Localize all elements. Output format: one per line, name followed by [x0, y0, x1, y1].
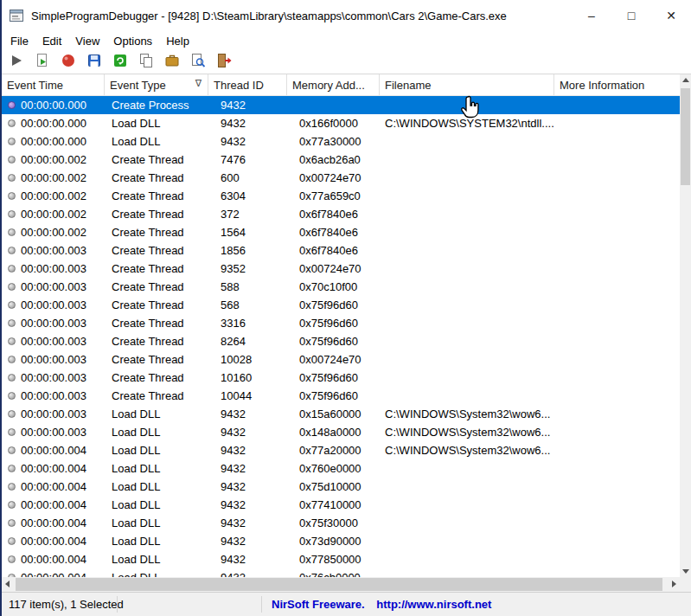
- table-row[interactable]: 00:00:00.002Create Thread15640x6f7840e6: [2, 223, 680, 241]
- run-button[interactable]: [5, 52, 27, 73]
- cell-memory-address: 0x73d90000: [287, 535, 380, 548]
- column-header-label: Memory Add...: [292, 79, 365, 92]
- table-row[interactable]: 00:00:00.003Load DLL94320x15a60000C:\WIN…: [2, 405, 680, 423]
- cell-event-type: Load DLL: [105, 553, 208, 566]
- copy-button[interactable]: [135, 52, 157, 73]
- table-row[interactable]: 00:00:00.003Create Thread33160x75f96d60: [2, 314, 680, 332]
- refresh-button[interactable]: [109, 52, 131, 73]
- table-row[interactable]: 00:00:00.004Load DLL94320x77a20000C:\WIN…: [2, 441, 680, 459]
- column-header-memory-address[interactable]: Memory Add...: [287, 74, 380, 95]
- cell-memory-address: 0x166f0000: [287, 117, 380, 130]
- nirsoft-link[interactable]: http://www.nirsoft.net: [376, 598, 491, 611]
- scroll-down-icon[interactable]: [682, 569, 689, 574]
- title-bar: SimpleProgramDebugger - [9428] D:\SteamL…: [2, 0, 691, 31]
- table-row[interactable]: 00:00:00.002Create Thread74760x6acb26a0: [2, 151, 680, 169]
- table-row[interactable]: 00:00:00.003Create Thread18560x6f7840e6: [2, 241, 680, 260]
- cell-thread-id: 9432: [208, 535, 287, 548]
- cell-event-type: Load DLL: [105, 407, 208, 420]
- save-button[interactable]: [83, 52, 105, 73]
- table-row[interactable]: 00:00:00.002Create Thread3720x6f7840e6: [2, 205, 680, 223]
- table-row[interactable]: 00:00:00.000Create Process9432: [2, 96, 680, 114]
- table-row[interactable]: 00:00:00.002Create Thread63040x77a659c0: [2, 187, 680, 205]
- table-row[interactable]: 00:00:00.004Load DLL94320x760e0000: [2, 459, 680, 478]
- column-header-more-information[interactable]: More Information: [554, 74, 680, 95]
- table-row[interactable]: 00:00:00.004Load DLL94320x75f30000: [2, 514, 680, 532]
- event-icon: [8, 483, 16, 491]
- cell-thread-id: 9432: [208, 444, 287, 457]
- menu-options[interactable]: Options: [106, 33, 159, 49]
- exit-button[interactable]: [213, 52, 234, 73]
- table-row[interactable]: 00:00:00.002Create Thread6000x00724e70: [2, 169, 680, 187]
- stop-button[interactable]: [57, 52, 79, 73]
- cell-event-type: Load DLL: [105, 535, 208, 548]
- table-row[interactable]: 00:00:00.003Create Thread93520x00724e70: [2, 260, 680, 278]
- table-row[interactable]: 00:00:00.004Load DLL94320x76cb0000: [2, 568, 680, 577]
- table-row[interactable]: 00:00:00.000Load DLL94320x77a30000: [2, 132, 680, 151]
- table-row[interactable]: 00:00:00.003Load DLL94320x148a0000C:\WIN…: [2, 423, 680, 441]
- nirsoft-freeware-pane: NirSoft Freeware. http://www.nirsoft.net: [272, 598, 491, 611]
- cell-memory-address: 0x76cb0000: [287, 571, 380, 577]
- column-header-filename[interactable]: Filename: [380, 74, 554, 95]
- table-row[interactable]: 00:00:00.003Create Thread5680x75f96d60: [2, 296, 680, 314]
- menu-view[interactable]: View: [68, 33, 106, 49]
- cell-thread-id: 1564: [208, 226, 287, 239]
- report-button[interactable]: [161, 52, 182, 73]
- cell-event-type: Load DLL: [105, 498, 208, 511]
- event-icon: [8, 138, 16, 145]
- attach-process-icon: [35, 53, 50, 71]
- report-icon: [164, 53, 180, 71]
- table-row[interactable]: 00:00:00.003Create Thread101600x75f96d60: [2, 369, 680, 387]
- cell-thread-id: 9432: [208, 498, 287, 511]
- vertical-scrollbar[interactable]: [680, 74, 691, 577]
- table-row[interactable]: 00:00:00.003Create Thread82640x75f96d60: [2, 332, 680, 350]
- exit-icon: [216, 53, 232, 71]
- horizontal-scrollbar[interactable]: [2, 577, 680, 592]
- column-header-event-time[interactable]: Event Time: [2, 74, 105, 95]
- table-row[interactable]: 00:00:00.004Load DLL94320x73d90000: [2, 532, 680, 550]
- cell-event-type: Load DLL: [105, 135, 208, 148]
- event-icon: [8, 392, 16, 400]
- event-icon: [8, 156, 16, 164]
- column-header-thread-id[interactable]: Thread ID: [208, 74, 287, 95]
- attach-process-button[interactable]: [31, 52, 53, 73]
- horizontal-scrollbar-thumb[interactable]: [16, 578, 662, 591]
- find-button[interactable]: [187, 52, 208, 73]
- table-row[interactable]: 00:00:00.000Load DLL94320x166f0000C:\WIN…: [2, 114, 680, 132]
- scroll-up-icon[interactable]: [682, 78, 689, 82]
- scroll-right-icon[interactable]: [672, 581, 676, 587]
- cell-thread-id: 10028: [208, 353, 287, 366]
- app-icon: [9, 8, 24, 23]
- menu-file[interactable]: File: [3, 33, 35, 49]
- app-window: SimpleProgramDebugger - [9428] D:\SteamL…: [0, 0, 691, 616]
- cell-thread-id: 1856: [208, 244, 287, 257]
- item-count-status: 117 item(s), 1 Selected: [9, 598, 124, 611]
- tool-bar: [2, 50, 691, 74]
- cell-event-type: Create Thread: [105, 208, 208, 221]
- cell-thread-id: 7476: [208, 153, 287, 166]
- table-row[interactable]: 00:00:00.003Create Thread5880x70c10f00: [2, 278, 680, 296]
- table-row[interactable]: 00:00:00.003Create Thread100280x00724e70: [2, 350, 680, 369]
- maximize-button[interactable]: □: [611, 0, 651, 31]
- cell-event-type: Create Thread: [105, 262, 208, 275]
- cell-thread-id: 9432: [208, 407, 287, 420]
- cell-thread-id: 9432: [208, 117, 287, 130]
- cell-memory-address: 0x77a659c0: [287, 189, 380, 202]
- table-row[interactable]: 00:00:00.004Load DLL94320x77410000: [2, 496, 680, 514]
- minimize-button[interactable]: –: [572, 0, 611, 31]
- table-row[interactable]: 00:00:00.003Create Thread100440x75f96d60: [2, 387, 680, 405]
- cell-event-type: Load DLL: [105, 426, 208, 439]
- scroll-left-icon[interactable]: [5, 581, 10, 587]
- menu-edit[interactable]: Edit: [35, 33, 68, 49]
- menu-help[interactable]: Help: [159, 33, 196, 49]
- cell-thread-id: 568: [208, 298, 287, 311]
- table-row[interactable]: 00:00:00.004Load DLL94320x75d10000: [2, 478, 680, 496]
- menu-bar: File Edit View Options Help: [2, 31, 691, 50]
- table-row[interactable]: 00:00:00.004Load DLL94320x77850000: [2, 550, 680, 568]
- event-icon: [8, 374, 16, 382]
- vertical-scrollbar-thumb[interactable]: [681, 88, 690, 185]
- close-button[interactable]: ✕: [651, 0, 691, 31]
- event-icon: [8, 301, 16, 309]
- column-header-event-type[interactable]: Event Type∇: [105, 74, 208, 95]
- cell-event-type: Load DLL: [105, 517, 208, 529]
- cell-memory-address: 0x6f7840e6: [287, 208, 380, 221]
